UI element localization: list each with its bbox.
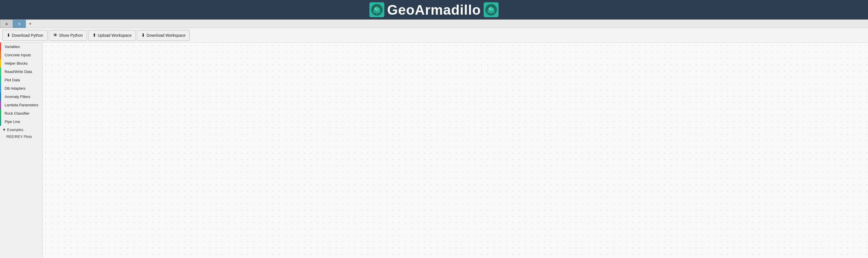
- main-layout: Variables Concrete Inputs Helper Blocks …: [0, 42, 868, 258]
- sidebar-item-rock-classifier[interactable]: Rock Classifier: [0, 109, 42, 117]
- upload-workspace-icon: ⬆: [92, 32, 96, 38]
- show-python-button[interactable]: 👁 Show Python: [49, 30, 87, 41]
- logo-left: [369, 2, 384, 17]
- svg-point-4: [376, 8, 376, 9]
- download-python-button[interactable]: ⬇ Download Python: [2, 30, 48, 41]
- download-workspace-button[interactable]: ⬇ Download Workspace: [137, 30, 190, 41]
- sidebar-examples-section[interactable]: ▼ Examples: [0, 126, 42, 133]
- app-header: GeoArmadillo: [0, 0, 868, 20]
- sidebar-item-ree-rey-plots[interactable]: REE/REY Plots: [0, 133, 42, 140]
- upload-workspace-label: Upload Workspace: [98, 33, 131, 38]
- sidebar-item-pipe-line[interactable]: Pipe Line: [0, 117, 42, 126]
- download-workspace-label: Download Workspace: [146, 33, 185, 38]
- tab-a[interactable]: a: [0, 20, 13, 28]
- canvas-area[interactable]: [42, 42, 868, 258]
- upload-workspace-button[interactable]: ⬆ Upload Workspace: [88, 30, 136, 41]
- show-python-label: Show Python: [59, 33, 83, 38]
- toolbar: ⬇ Download Python 👁 Show Python ⬆ Upload…: [0, 28, 868, 42]
- show-python-icon: 👁: [53, 33, 58, 38]
- sidebar-item-variables[interactable]: Variables: [0, 42, 42, 51]
- sidebar-item-db-adapters[interactable]: DB Adapters: [0, 84, 42, 92]
- tab-add-button[interactable]: +: [26, 20, 34, 28]
- app-title: GeoArmadillo: [387, 2, 481, 18]
- sidebar-item-read-write-data[interactable]: Read/Write Data: [0, 67, 42, 76]
- download-python-icon: ⬇: [7, 32, 10, 38]
- svg-point-9: [490, 8, 491, 9]
- sidebar: Variables Concrete Inputs Helper Blocks …: [0, 42, 42, 258]
- logo-right: [484, 2, 499, 17]
- sidebar-item-concrete-inputs[interactable]: Concrete Inputs: [0, 51, 42, 59]
- sidebar-item-helper-blocks[interactable]: Helper Blocks: [0, 59, 42, 67]
- download-workspace-icon: ⬇: [141, 32, 145, 38]
- tab-b[interactable]: b: [13, 20, 26, 28]
- download-python-label: Download Python: [12, 33, 43, 38]
- sidebar-item-anomaly-filters[interactable]: Anomaly Filters: [0, 92, 42, 101]
- tabs-row: a b +: [0, 20, 868, 28]
- sidebar-item-plot-data[interactable]: Plot Data: [0, 76, 42, 84]
- sidebar-item-lambda-parameters[interactable]: Lambda Parameters: [0, 101, 42, 109]
